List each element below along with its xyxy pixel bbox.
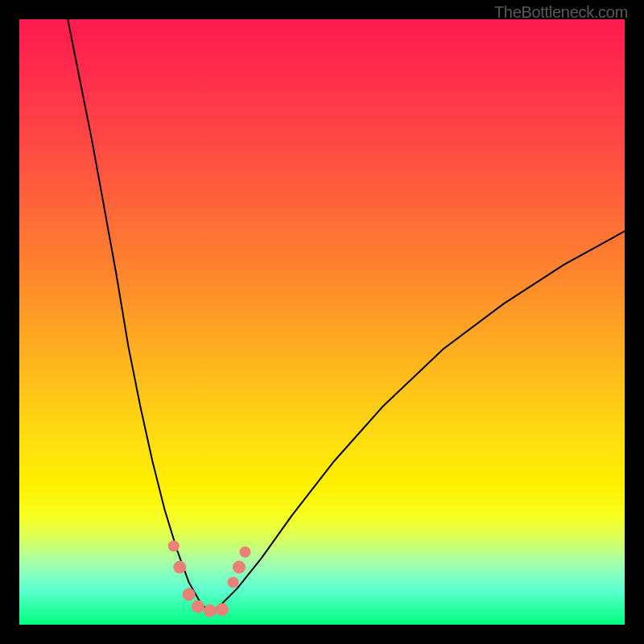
curve-right-arm	[210, 231, 625, 613]
data-marker	[168, 540, 180, 551]
curve-left-arm	[68, 19, 210, 613]
data-marker	[192, 600, 204, 613]
data-marker	[204, 605, 217, 617]
data-marker	[183, 588, 196, 601]
watermark: TheBottleneck.com	[494, 3, 628, 22]
data-marker	[228, 576, 239, 588]
data-marker	[216, 603, 229, 616]
data-marker	[240, 547, 251, 558]
chart-svg	[19, 19, 625, 625]
data-marker	[173, 561, 186, 574]
data-marker	[233, 561, 246, 574]
marker-group	[168, 540, 251, 617]
